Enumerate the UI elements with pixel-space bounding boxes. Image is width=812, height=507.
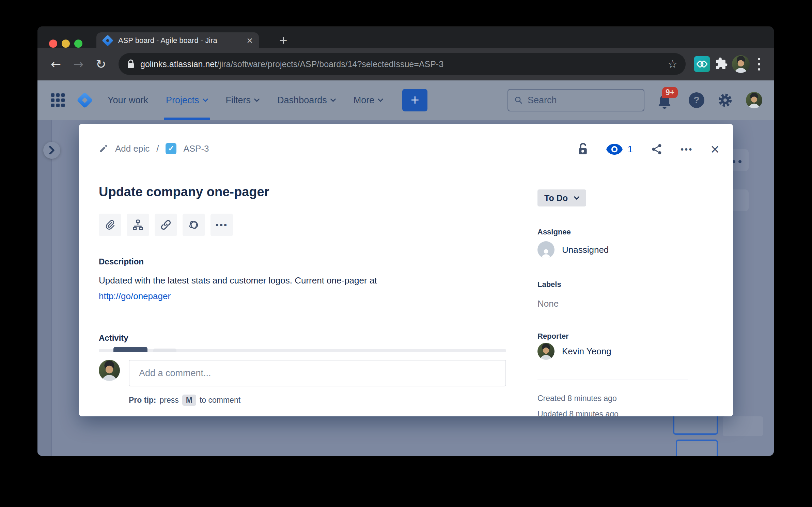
nav-dashboards[interactable]: Dashboards	[270, 80, 343, 120]
minimize-window-button[interactable]	[62, 40, 70, 48]
jira-navbar: Your work Projects Filters Dashboards Mo…	[37, 80, 774, 120]
activity-tabs[interactable]	[99, 347, 506, 352]
link-issue-button[interactable]	[155, 214, 177, 236]
close-window-button[interactable]	[49, 40, 57, 48]
forward-icon[interactable]: →	[69, 57, 88, 71]
nav-projects[interactable]: Projects	[158, 80, 216, 120]
url-domain: golinks.atlassian.net	[140, 59, 217, 69]
add-child-issue-button[interactable]	[127, 214, 149, 236]
comment-input[interactable]	[129, 360, 506, 386]
activity-heading: Activity	[99, 333, 128, 343]
protip-suffix: to comment	[200, 396, 240, 405]
active-tab-pill[interactable]	[113, 347, 147, 352]
protip-label: Pro tip:	[129, 396, 156, 405]
pencil-icon	[99, 144, 108, 153]
reload-icon[interactable]: ↻	[91, 57, 110, 71]
reporter-field[interactable]: Kevin Yeong	[537, 343, 611, 360]
link-icon	[160, 219, 172, 231]
protip-press: press	[160, 396, 179, 405]
description-link[interactable]: http://go/onepager	[99, 291, 171, 302]
status-dropdown[interactable]: To Do	[537, 189, 586, 206]
chevron-down-icon	[254, 98, 260, 102]
search-input[interactable]	[528, 95, 638, 106]
board-backdrop[interactable]: Add epic / ✓ ASP-3	[37, 120, 774, 456]
labels-label: Labels	[537, 280, 561, 289]
issue-title[interactable]: Update company one-pager	[99, 185, 269, 199]
jira-favicon	[103, 35, 113, 46]
close-tab-icon[interactable]: ×	[247, 35, 253, 46]
browser-menu-icon[interactable]	[753, 58, 765, 71]
zoom-window-button[interactable]	[74, 40, 82, 48]
assignee-field[interactable]: Unassigned	[537, 241, 609, 258]
golinks-extension-icon[interactable]	[694, 56, 710, 72]
reporter-label: Reporter	[537, 332, 569, 341]
settings-gear-icon[interactable]	[717, 92, 733, 108]
chevron-right-icon	[49, 146, 55, 154]
navbar-right-icons: 9+ ?	[657, 89, 762, 111]
browser-window: ASP board - Agile board - Jira × + ← → ↻…	[37, 27, 774, 456]
comment-protip: Pro tip: press M to comment	[129, 395, 240, 406]
reporter-value: Kevin Yeong	[562, 346, 611, 357]
chain-links-glyph	[696, 58, 708, 70]
create-issue-button[interactable]: +	[402, 89, 427, 111]
unassigned-avatar-icon	[537, 241, 555, 258]
assignee-value: Unassigned	[562, 245, 609, 255]
add-apps-button[interactable]	[183, 214, 205, 236]
browser-tab[interactable]: ASP board - Agile board - Jira ×	[96, 32, 259, 48]
assignee-label: Assignee	[537, 228, 571, 236]
global-search[interactable]	[507, 89, 644, 111]
url-text: golinks.atlassian.net/jira/software/proj…	[140, 59, 662, 69]
help-button[interactable]: ?	[689, 92, 704, 108]
sidebar-expand-button[interactable]	[43, 142, 60, 159]
issue-details-column: To Do Assignee Unassigned	[537, 124, 728, 416]
chevron-down-icon	[574, 196, 579, 200]
nav-your-work[interactable]: Your work	[100, 80, 156, 120]
issue-key[interactable]: ASP-3	[183, 143, 209, 154]
comment-row	[99, 360, 506, 386]
window-controls	[49, 40, 82, 48]
nav-label: Filters	[226, 95, 251, 106]
apps-doodle-icon	[188, 219, 200, 231]
chevron-down-icon	[378, 98, 383, 102]
description-heading: Description	[99, 257, 144, 266]
rail-divider	[51, 120, 52, 456]
url-path: /jira/software/projects/ASP/boards/14?se…	[217, 59, 443, 69]
protip-keycap: M	[182, 395, 196, 406]
created-timestamp: Created 8 minutes ago	[537, 394, 617, 403]
jira-profile-avatar[interactable]	[746, 92, 762, 108]
attach-button[interactable]	[99, 214, 121, 236]
breadcrumb-separator: /	[156, 143, 159, 154]
tab-title: ASP board - Agile board - Jira	[118, 36, 241, 45]
back-icon[interactable]: ←	[46, 57, 65, 71]
breadcrumb: Add epic / ✓ ASP-3	[99, 143, 209, 154]
desktop-background: ASP board - Agile board - Jira × + ← → ↻…	[0, 0, 812, 507]
subtask-hierarchy-icon	[132, 219, 144, 231]
nav-filters[interactable]: Filters	[218, 80, 267, 120]
task-type-icon[interactable]: ✓	[166, 143, 176, 154]
nav-label: Your work	[108, 95, 148, 106]
inactive-tab-pill[interactable]	[153, 349, 176, 352]
app-switcher-icon[interactable]	[51, 93, 65, 107]
notifications-button[interactable]: 9+	[657, 89, 676, 111]
extensions-puzzle-icon[interactable]	[714, 57, 729, 72]
bookmark-star-icon[interactable]: ☆	[668, 58, 677, 71]
jira-logo[interactable]	[77, 92, 93, 108]
details-divider	[537, 380, 688, 380]
nav-more[interactable]: More	[346, 80, 391, 120]
chevron-down-icon	[330, 98, 336, 102]
address-bar[interactable]: golinks.atlassian.net/jira/software/proj…	[119, 53, 686, 75]
paperclip-icon	[104, 219, 116, 231]
labels-value[interactable]: None	[537, 298, 559, 309]
more-quick-actions-button[interactable]: •••	[210, 214, 233, 236]
add-epic-link[interactable]: Add epic	[115, 143, 150, 154]
updated-timestamp: Updated 8 minutes ago	[537, 410, 619, 419]
notifications-badge: 9+	[662, 87, 678, 98]
browser-profile-avatar[interactable]	[732, 55, 750, 73]
dimmed-ellipsis-icon	[732, 160, 741, 163]
issue-detail-modal: Add epic / ✓ ASP-3	[79, 124, 733, 416]
page-content: Your work Projects Filters Dashboards Mo…	[37, 80, 774, 456]
browser-toolbar: ← → ↻ golinks.atlassian.net/jira/softwar…	[37, 48, 774, 80]
new-tab-button[interactable]: +	[276, 33, 291, 48]
current-user-avatar	[99, 360, 120, 381]
description-text[interactable]: Updated with the latest stats and custom…	[99, 275, 436, 286]
